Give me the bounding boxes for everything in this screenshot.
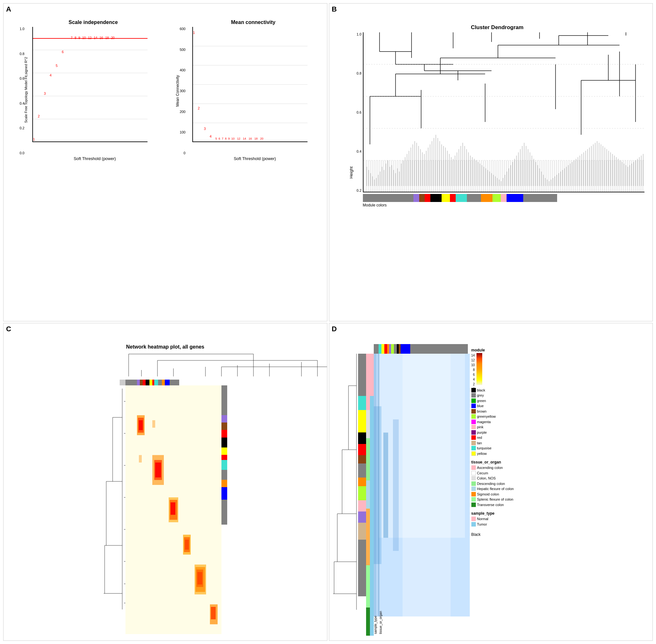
legend-label-blue: blue — [477, 403, 484, 409]
legend-item-black: black — [471, 388, 539, 393]
svg-rect-271 — [139, 420, 143, 430]
legend-color-normal — [471, 516, 476, 521]
svg-text:4: 4 — [210, 134, 212, 138]
legend-item-green: green — [471, 398, 539, 404]
y-tick-0.0: 0.0 — [20, 151, 24, 155]
legend-label-yellow: yellow — [477, 451, 487, 456]
svg-rect-306 — [374, 354, 377, 617]
svg-text:2: 2 — [198, 106, 200, 110]
legend-color-transverse — [471, 503, 476, 507]
panel-d: D — [329, 323, 653, 641]
b-y-tick-08: 0.8 — [356, 71, 361, 75]
module-color-scale — [476, 353, 482, 385]
mc-y-tick-600: 600 — [180, 27, 185, 31]
svg-text:5: 5 — [56, 64, 57, 68]
svg-text:12: 12 — [237, 137, 240, 140]
legend-color-yellow — [471, 451, 476, 456]
svg-text:1: 1 — [193, 31, 195, 34]
legend-label-tan: tan — [477, 440, 482, 446]
legend-item-red: red — [471, 435, 539, 440]
svg-text:20: 20 — [260, 137, 263, 140]
legend-color-splenic — [471, 497, 476, 502]
mc-y-tick-0: 0 — [184, 151, 186, 155]
svg-rect-287 — [152, 420, 155, 427]
panel-b: B Cluster Dendrogram 1.0 0.8 0.6 0.4 0.2… — [329, 3, 653, 321]
legend-color-blue — [471, 404, 476, 408]
legend-label-hepatic: Hepatic flexure of colon — [477, 486, 514, 492]
legend-label-cecum: Cecum — [477, 470, 488, 476]
legend-item-tan: tan — [471, 440, 539, 446]
legend-item-magenta: magenta — [471, 419, 539, 425]
panel-a: A Scale independence Scale Free Topology… — [3, 3, 327, 321]
heatmap-top-dendro — [125, 351, 221, 380]
legend-color-sigmoid — [471, 492, 476, 497]
panel-d-label: D — [332, 325, 337, 333]
scale-independence-x-label: Soft Threshold (power) — [74, 156, 116, 161]
legend-label-brown: brown — [477, 409, 487, 414]
heatmap-left-dendro — [103, 385, 125, 610]
sample-type-legend-title: sample_type — [471, 510, 539, 516]
legend-item-cecum: Cecum — [471, 470, 539, 476]
heatmap-grid — [125, 385, 221, 635]
svg-rect-284 — [197, 572, 202, 584]
svg-rect-277 — [170, 502, 175, 515]
legend-item-blue: blue — [471, 403, 539, 409]
svg-text:4: 4 — [50, 73, 51, 77]
svg-text:8: 8 — [74, 36, 76, 40]
legend-item-turquoise: turquoise — [471, 445, 539, 451]
svg-text:1: 1 — [33, 137, 35, 141]
sample-type-x-label: sample_type — [374, 616, 377, 634]
height-axis-label: Height — [349, 166, 354, 179]
svg-text:18: 18 — [105, 36, 109, 40]
legend-item-grey: grey — [471, 393, 539, 398]
top-module-strip — [374, 344, 470, 354]
svg-text:2: 2 — [38, 114, 40, 118]
svg-rect-274 — [155, 462, 161, 478]
expr-left-dendro — [332, 354, 358, 610]
module-colors-strip — [363, 194, 645, 202]
legend-item-pink: pink — [471, 424, 539, 430]
mc-y-tick-200: 200 — [180, 110, 185, 114]
legend-item-transverse: Transverse colon — [471, 502, 539, 508]
mc-y-tick-400: 400 — [180, 68, 185, 72]
mc-y-tick-100: 100 — [180, 130, 185, 134]
mean-connectivity-x-label: Soft Threshold (power) — [234, 156, 276, 161]
legend-item-sigmoid: Sigmoid colon — [471, 492, 539, 497]
panel-a-label: A — [6, 5, 11, 14]
legend-label-turquoise: turquoise — [477, 445, 492, 451]
mc-y-tick-300: 300 — [180, 89, 185, 93]
cluster-dendrogram-svg: // This won't run as inline SVG script, … — [363, 32, 645, 192]
svg-text:16: 16 — [99, 36, 103, 40]
svg-text:8: 8 — [225, 137, 227, 140]
b-y-tick-04: 0.4 — [356, 150, 361, 153]
legend-label-black: black — [477, 388, 486, 393]
y-tick-0.8: 0.8 — [20, 52, 24, 56]
legend-item-greenyellow: greenyellow — [471, 414, 539, 419]
legend-item-hepatic: Hepatic flexure of colon — [471, 486, 539, 492]
svg-text:7: 7 — [71, 36, 73, 40]
legend-label-magenta: magenta — [477, 419, 491, 425]
cluster-dendrogram-title: Cluster Dendrogram — [350, 24, 645, 31]
mean-connectivity-plot: Mean connectivity Mean Connectivity 600 … — [183, 20, 324, 318]
panel-c-label: C — [6, 325, 11, 333]
tissue-legend-title: tissue_or_organ — [471, 459, 539, 465]
svg-rect-303 — [383, 432, 388, 538]
legend-label-colon-nos: Colon, NOS — [477, 476, 496, 481]
legend-color-pink — [471, 425, 476, 429]
main-container: A Scale independence Scale Free Topology… — [0, 0, 656, 644]
tissue-organ-x-label: tissue_or_organ — [379, 611, 382, 634]
legend-color-purple — [471, 430, 476, 435]
svg-rect-280 — [185, 539, 189, 550]
svg-text:3: 3 — [204, 127, 206, 131]
expr-heatmap-grid — [374, 354, 470, 617]
legend-color-descending — [471, 481, 476, 486]
legend-item-ascending: Ascending colon — [471, 465, 539, 470]
scale-independence-y-label: Scale Free Topology Model Fit,signed R^2 — [24, 59, 28, 123]
legend-color-red — [471, 435, 476, 440]
legend-color-tan — [471, 441, 476, 445]
sample-type-annotation-strip — [370, 354, 374, 636]
tissue-annotation-strip — [366, 354, 370, 636]
svg-text:10: 10 — [231, 137, 235, 140]
scale-independence-plot: Scale independence Scale Free Topology M… — [23, 20, 164, 318]
legend-color-turquoise — [471, 446, 476, 450]
